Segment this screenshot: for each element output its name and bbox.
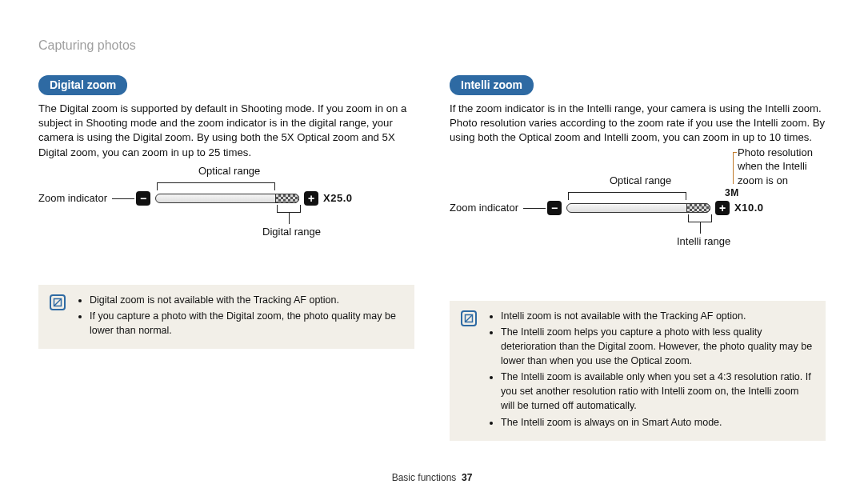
photo-res-connector-v (733, 152, 734, 184)
photo-resolution-label: Photo resolution when the Intelli zoom i… (738, 146, 834, 188)
note-item: The Intelli zoom is available only when … (501, 370, 814, 413)
running-head: Capturing photos (38, 38, 826, 53)
intelli-range-label: Intelli range (677, 235, 730, 247)
intelli-range-connector (700, 222, 701, 234)
photo-res-connector-h (733, 152, 737, 153)
intelli-zoom-note-list: Intelli zoom is not available with the T… (488, 309, 814, 431)
zoom-indicator-connector (523, 208, 546, 209)
zoom-out-icon: − (547, 201, 562, 215)
intelli-zoom-diagram: Photo resolution when the Intelli zoom i… (450, 150, 826, 286)
optical-range-label: Optical range (198, 165, 260, 177)
digital-zoom-diagram: Optical range Zoom indicator − + X25.0 (38, 165, 414, 277)
zoom-in-icon: + (304, 191, 318, 206)
digital-range-connector (289, 213, 290, 224)
intelli-zoom-note: Intelli zoom is not available with the T… (450, 301, 826, 441)
zoom-track (566, 203, 710, 213)
note-icon (50, 294, 66, 310)
note-item: The Intelli zoom helps you capture a pho… (501, 325, 814, 368)
section-title-intelli-zoom: Intelli zoom (450, 75, 534, 95)
digital-range-bracket (277, 205, 301, 213)
zoom-readout: X10.0 (734, 202, 763, 214)
intelli-range-bracket (688, 214, 712, 222)
note-item: Intelli zoom is not available with the T… (501, 309, 814, 323)
optical-range-bracket (568, 192, 686, 200)
digital-zoom-body: The Digital zoom is supported by default… (38, 102, 414, 160)
digital-range-label: Digital range (262, 226, 321, 238)
zoom-indicator-label: Zoom indicator (450, 202, 518, 214)
note-item: If you capture a photo with the Digital … (90, 309, 403, 338)
resolution-badge: 3M (725, 187, 739, 198)
footer-section: Basic functions (392, 472, 457, 483)
note-icon (461, 310, 477, 326)
zoom-indicator-connector (112, 198, 134, 199)
digital-range-segment (275, 194, 299, 203)
section-title-digital-zoom: Digital zoom (38, 75, 127, 95)
zoom-readout: X25.0 (323, 192, 352, 204)
digital-zoom-note: Digital zoom is not available with the T… (38, 285, 414, 349)
zoom-out-icon: − (136, 191, 150, 206)
footer-page-number: 37 (462, 472, 472, 483)
zoom-in-icon: + (715, 201, 730, 215)
intelli-range-segment (686, 203, 710, 213)
zoom-track (155, 194, 299, 203)
note-item: Digital zoom is not available with the T… (90, 293, 403, 307)
page-footer: Basic functions 37 (0, 472, 864, 483)
zoom-indicator-label: Zoom indicator (38, 192, 107, 204)
intelli-zoom-body: If the zoom indicator is in the Intelli … (450, 102, 826, 146)
digital-zoom-note-list: Digital zoom is not available with the T… (77, 293, 403, 339)
note-item: The Intelli zoom is always on in Smart A… (501, 415, 814, 430)
optical-range-bracket (157, 182, 275, 190)
optical-range-label: Optical range (610, 174, 671, 186)
